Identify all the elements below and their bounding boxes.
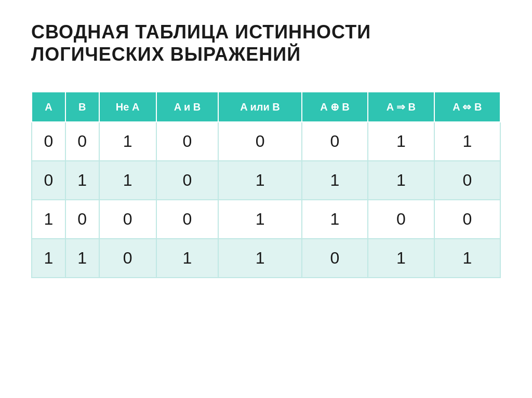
cell-r0-c5: 0 xyxy=(302,122,368,161)
col-header-4: A или B xyxy=(218,92,301,122)
cell-r0-c6: 1 xyxy=(368,122,434,161)
cell-r2-c0: 1 xyxy=(32,200,65,239)
truth-table: ABНе AA и BA или BA ⊕ BA ⇒ BA ⇔ B 001000… xyxy=(31,91,501,278)
cell-r3-c7: 1 xyxy=(434,239,500,278)
table-row: 11011011 xyxy=(32,239,500,278)
cell-r3-c0: 1 xyxy=(32,239,65,278)
cell-r1-c4: 1 xyxy=(218,161,301,200)
cell-r1-c0: 0 xyxy=(32,161,65,200)
cell-r3-c4: 1 xyxy=(218,239,301,278)
cell-r2-c6: 0 xyxy=(368,200,434,239)
cell-r2-c2: 0 xyxy=(99,200,156,239)
cell-r1-c2: 1 xyxy=(99,161,156,200)
col-header-3: A и B xyxy=(156,92,219,122)
cell-r0-c2: 1 xyxy=(99,122,156,161)
col-header-6: A ⇒ B xyxy=(368,92,434,122)
cell-r0-c3: 0 xyxy=(156,122,219,161)
cell-r2-c3: 0 xyxy=(156,200,219,239)
cell-r3-c2: 0 xyxy=(99,239,156,278)
table-row: 01101110 xyxy=(32,161,500,200)
cell-r3-c5: 0 xyxy=(302,239,368,278)
page-title: СВОДНАЯ ТАБЛИЦА ИСТИННОСТИ ЛОГИЧЕСКИХ ВЫ… xyxy=(31,21,371,65)
cell-r2-c1: 0 xyxy=(65,200,99,239)
cell-r1-c6: 1 xyxy=(368,161,434,200)
cell-r1-c7: 0 xyxy=(434,161,500,200)
table-row: 10001100 xyxy=(32,200,500,239)
col-header-5: A ⊕ B xyxy=(302,92,368,122)
cell-r2-c7: 0 xyxy=(434,200,500,239)
cell-r0-c1: 0 xyxy=(65,122,99,161)
col-header-0: A xyxy=(32,92,65,122)
truth-table-wrapper: ABНе AA и BA или BA ⊕ BA ⇒ BA ⇔ B 001000… xyxy=(31,91,501,278)
cell-r3-c3: 1 xyxy=(156,239,219,278)
cell-r3-c6: 1 xyxy=(368,239,434,278)
table-row: 00100011 xyxy=(32,122,500,161)
col-header-2: Не A xyxy=(99,92,156,122)
cell-r1-c5: 1 xyxy=(302,161,368,200)
cell-r0-c7: 1 xyxy=(434,122,500,161)
cell-r1-c1: 1 xyxy=(65,161,99,200)
cell-r3-c1: 1 xyxy=(65,239,99,278)
cell-r0-c0: 0 xyxy=(32,122,65,161)
cell-r1-c3: 0 xyxy=(156,161,219,200)
col-header-7: A ⇔ B xyxy=(434,92,500,122)
cell-r2-c4: 1 xyxy=(218,200,301,239)
table-header-row: ABНе AA и BA или BA ⊕ BA ⇒ BA ⇔ B xyxy=(32,92,500,122)
cell-r0-c4: 0 xyxy=(218,122,301,161)
cell-r2-c5: 1 xyxy=(302,200,368,239)
col-header-1: B xyxy=(65,92,99,122)
